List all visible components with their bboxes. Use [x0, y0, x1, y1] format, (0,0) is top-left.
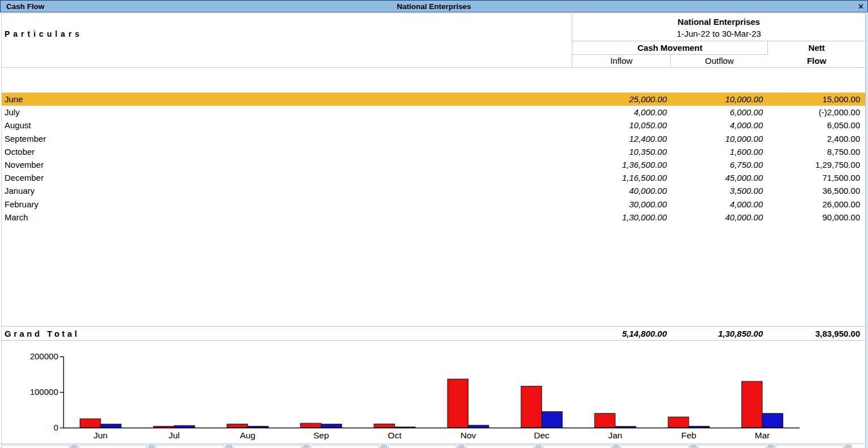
month-label: September [5, 132, 46, 145]
outflow-bar [542, 412, 563, 428]
month-label: August [5, 119, 31, 132]
month-label: December [5, 171, 44, 184]
bottom-button-bar [1, 445, 865, 448]
bottom-bar-button[interactable] [79, 445, 147, 448]
grand-total-row: Grand Total 5,14,800.00 1,30,850.00 3,83… [1, 326, 865, 341]
bottom-bar-button[interactable] [458, 445, 465, 448]
bottom-bar-button[interactable] [380, 445, 387, 448]
row-nett-value: 8,750.00 [736, 145, 860, 158]
bottom-bar-button[interactable] [71, 445, 77, 448]
inflow-bar [80, 419, 101, 428]
title-bar-company-name: National Enterprises [1, 2, 867, 11]
outflow-bar [615, 427, 636, 428]
outflow-column-header: Outflow [670, 55, 768, 67]
window-right-border [865, 13, 868, 448]
x-axis-category-label: Aug [240, 430, 255, 440]
inflow-bar [741, 381, 762, 428]
month-label: January [5, 184, 34, 197]
row-nett-value: (-)2,000.00 [736, 106, 860, 119]
table-row[interactable]: July4,000.006,000.00(-)2,000.00 [1, 106, 865, 119]
bottom-bar-button[interactable] [543, 445, 611, 448]
bottom-bar-button[interactable] [845, 445, 852, 448]
table-row[interactable]: June25,000.0010,000.0015,000.00 [1, 93, 865, 106]
row-nett-value: 71,500.00 [736, 171, 860, 184]
month-label: March [5, 211, 28, 224]
inflow-bar [668, 417, 689, 428]
bottom-bar-button[interactable] [1, 445, 70, 448]
month-label: October [5, 145, 34, 158]
x-axis-category-label: Nov [461, 430, 476, 440]
month-label: November [5, 158, 44, 171]
inflow-bar [227, 424, 248, 428]
x-axis-category-label: Mar [755, 430, 770, 440]
bottom-bar-button[interactable] [775, 445, 844, 448]
month-label: July [5, 106, 20, 119]
inflow-column-header: Inflow [572, 55, 670, 67]
particulars-column-header: Particulars [5, 29, 83, 38]
row-nett-value: 90,000.00 [736, 211, 860, 224]
outflow-bar [468, 425, 489, 428]
table-row[interactable]: October10,350.001,600.008,750.00 [1, 145, 865, 158]
table-row[interactable]: September12,400.0010,000.002,400.00 [1, 132, 865, 145]
x-axis-category-label: Dec [534, 430, 550, 440]
close-icon[interactable]: × [858, 1, 863, 12]
y-axis-tick-label: 0 [54, 423, 58, 432]
x-axis-category-label: Jul [168, 430, 180, 440]
month-label: February [5, 198, 38, 211]
bottom-bar-button[interactable] [767, 445, 774, 448]
bottom-bar-button[interactable] [466, 445, 534, 448]
bottom-bar-button[interactable] [156, 445, 224, 448]
cash-flow-chart: 0100000200000JunJulAugSepOctNovDecJanFeb… [0, 346, 868, 443]
bottom-bar-button[interactable] [233, 445, 302, 448]
y-axis-tick-label: 200000 [30, 351, 58, 361]
report-company-period-header: National Enterprises 1-Jun-22 to 30-Mar-… [572, 14, 865, 41]
header-bottom-border [1, 67, 865, 68]
report-period[interactable]: 1-Jun-22 to 30-Mar-23 [572, 28, 865, 40]
nett-flow-column-header: Nett Flow [768, 41, 865, 67]
inflow-bar [154, 426, 175, 428]
row-nett-value: 6,050.00 [736, 119, 860, 132]
outflow-bar [321, 424, 342, 428]
row-nett-value: 26,000.00 [736, 198, 860, 211]
table-row[interactable]: February30,000.004,000.0026,000.00 [1, 198, 865, 211]
bottom-bar-button[interactable] [303, 445, 310, 448]
table-row[interactable]: August10,050.004,000.006,050.00 [1, 119, 865, 132]
table-row[interactable]: January40,000.003,500.0036,500.00 [1, 184, 865, 197]
outflow-bar [689, 426, 710, 428]
title-bar: Cash Flow National Enterprises × [0, 0, 868, 12]
month-rows: June25,000.0010,000.0015,000.00July4,000… [1, 93, 865, 224]
flow-label: Flow [768, 54, 865, 67]
x-axis-category-label: Sep [314, 430, 329, 440]
cash-flow-chart-svg: 0100000200000JunJulAugSepOctNovDecJanFeb… [0, 346, 868, 443]
y-axis-tick-label: 100000 [30, 387, 58, 397]
table-row[interactable]: December1,16,500.0045,000.0071,500.00 [1, 171, 865, 184]
bottom-bar-button[interactable] [388, 445, 457, 448]
inflow-bar [521, 386, 542, 428]
inflow-bar [448, 379, 468, 428]
cash-movement-header: Cash Movement [572, 41, 768, 55]
table-row[interactable]: March1,30,000.0040,000.0090,000.00 [1, 211, 865, 224]
bottom-bar-separator [0, 443, 868, 444]
bottom-bar-button[interactable] [613, 445, 619, 448]
bottom-bar-button[interactable] [535, 445, 542, 448]
x-axis-category-label: Jan [608, 430, 622, 440]
inflow-bar [301, 423, 322, 428]
outflow-bar [101, 424, 121, 428]
table-row[interactable]: November1,36,500.006,750.001,29,750.00 [1, 158, 865, 171]
bottom-bar-button[interactable] [148, 445, 155, 448]
bottom-bar-button[interactable] [620, 445, 689, 448]
bottom-bar-button[interactable] [225, 445, 232, 448]
grand-total-nett: 3,83,950.00 [736, 327, 860, 341]
month-label: June [5, 93, 23, 106]
x-axis-category-label: Oct [388, 430, 402, 440]
nett-label: Nett [768, 41, 865, 54]
grand-total-label: Grand Total [5, 327, 80, 341]
outflow-bar [248, 426, 268, 428]
bottom-bar-button[interactable] [690, 445, 697, 448]
bottom-bar-button[interactable] [698, 445, 766, 448]
bottom-bar-button[interactable] [311, 445, 379, 448]
report-company-name: National Enterprises [572, 16, 865, 28]
row-nett-value: 1,29,750.00 [736, 158, 860, 171]
row-nett-value: 15,000.00 [736, 93, 860, 106]
outflow-bar [174, 425, 195, 428]
